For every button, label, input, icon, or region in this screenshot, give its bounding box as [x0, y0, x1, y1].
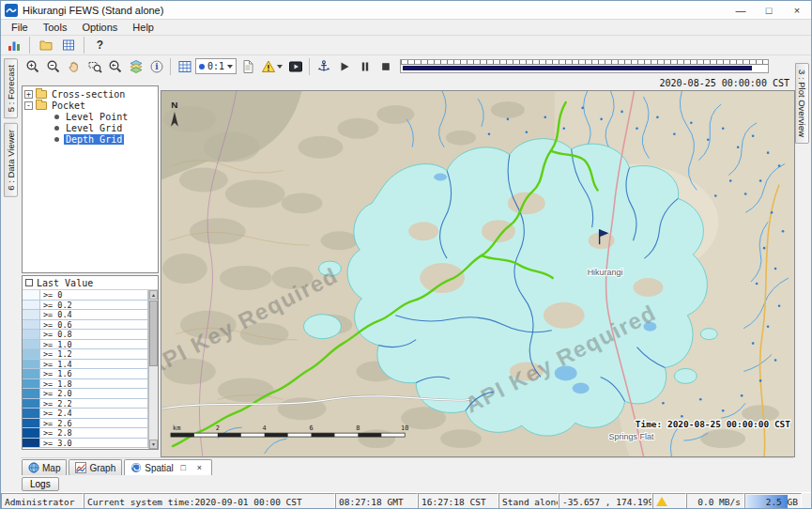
- tab-spatial[interactable]: Spatial □ ×: [124, 459, 212, 475]
- legend-entry[interactable]: >= 1.8: [23, 379, 148, 390]
- scroll-thumb[interactable]: [149, 301, 158, 366]
- tree-item-label[interactable]: Depth Grid: [64, 134, 124, 145]
- forecast-tree: + Cross-section - Pocket Level Point: [22, 85, 159, 273]
- close-panel-button[interactable]: ×: [193, 462, 206, 474]
- tree-item-label[interactable]: Pocket: [50, 100, 87, 111]
- maximize-button[interactable]: □: [755, 1, 783, 20]
- tree-expander-icon[interactable]: -: [24, 101, 33, 110]
- scroll-up-icon[interactable]: ▲: [149, 290, 158, 300]
- logs-button[interactable]: Logs: [22, 477, 59, 491]
- legend-entry[interactable]: >= 2.0: [23, 389, 148, 399]
- spatial-map[interactable]: Hikurangi Springs Flat API Key Required …: [161, 90, 795, 457]
- legend-label: >= 0.2: [40, 301, 148, 310]
- pause-button[interactable]: [355, 56, 375, 76]
- legend-label: >= 1.2: [40, 349, 148, 359]
- info-button[interactable]: i: [146, 56, 166, 76]
- undock-panel-button[interactable]: □: [177, 462, 190, 474]
- status-cell-text: Administrator: [5, 497, 74, 507]
- menu-item[interactable]: File: [5, 21, 35, 34]
- zoom-in-button[interactable]: [23, 56, 42, 76]
- pan-button[interactable]: [64, 56, 84, 76]
- folder-button[interactable]: [36, 36, 55, 55]
- legend-entry[interactable]: >= 0.4: [23, 310, 148, 320]
- svg-text:N: N: [171, 100, 177, 110]
- map-time-label: Time: 2020-08-25 00:00:00 CST: [636, 419, 791, 429]
- last-value-checkbox[interactable]: [25, 279, 33, 286]
- zoom-previous-button[interactable]: [105, 56, 125, 76]
- zoom-out-icon: [46, 59, 61, 74]
- menu-item[interactable]: Options: [75, 21, 124, 34]
- plot-overview-tab[interactable]: 3 : Plot Overview: [795, 63, 809, 144]
- legend-entry[interactable]: >= 1.0: [23, 340, 148, 350]
- sidebar-tab[interactable]: 6 : Data Viewer: [4, 123, 18, 197]
- legend-entry[interactable]: >= 0.2: [23, 301, 148, 311]
- legend-entry[interactable]: >= 2.2: [23, 399, 148, 409]
- document-button[interactable]: [237, 56, 257, 76]
- tab-graph[interactable]: Graph: [69, 459, 122, 475]
- zoom-box-button[interactable]: [84, 56, 104, 76]
- animation-button[interactable]: [285, 56, 305, 76]
- tree-item-label[interactable]: Cross-section: [50, 89, 127, 100]
- legend-entry[interactable]: >= 0: [23, 290, 148, 301]
- legend-swatch: [23, 399, 40, 409]
- status-cell: [652, 493, 686, 509]
- legend-label: >= 3.0: [40, 439, 148, 448]
- close-button[interactable]: ×: [783, 1, 811, 20]
- scale-ratio-value: 0:1: [207, 61, 224, 71]
- legend-entry[interactable]: >= 1.6: [23, 369, 148, 379]
- layers-button[interactable]: [126, 56, 146, 76]
- zoom-out-button[interactable]: [43, 56, 63, 76]
- legend-swatch: [23, 428, 40, 438]
- minimize-button[interactable]: —: [727, 1, 755, 20]
- legend-label: >= 0: [40, 290, 148, 300]
- legend-label: >= 0.6: [40, 320, 148, 330]
- legend-swatch: [23, 301, 40, 310]
- menu-item[interactable]: Tools: [37, 21, 74, 34]
- tree-item[interactable]: - Pocket: [23, 100, 158, 111]
- tree-item[interactable]: Depth Grid: [23, 133, 158, 145]
- status-cell-text: Stand alone: [502, 497, 559, 507]
- svg-text:4: 4: [263, 424, 267, 432]
- legend-swatch: [23, 360, 40, 369]
- tree-item-label[interactable]: Level Point: [64, 112, 130, 122]
- zoom-previous-icon: [108, 59, 123, 74]
- table-button[interactable]: [175, 56, 194, 76]
- grid-button[interactable]: [58, 36, 78, 55]
- scale-ratio-combo[interactable]: 0:1: [195, 58, 237, 74]
- menu-item[interactable]: Help: [126, 21, 161, 34]
- toolbar-separator: [29, 37, 30, 54]
- legend-entry[interactable]: >= 2.6: [23, 419, 148, 429]
- legend-entry[interactable]: >= 0.8: [23, 330, 148, 340]
- zoom-box-icon: [87, 59, 102, 74]
- legend-entry[interactable]: >= 1.4: [23, 360, 148, 370]
- right-tab-strip: 3 : Plot Overview: [793, 55, 811, 457]
- scroll-down-icon[interactable]: ▼: [149, 440, 158, 449]
- help-button[interactable]: ?: [90, 36, 110, 55]
- status-warning-icon[interactable]: [656, 497, 667, 506]
- legend-scrollbar[interactable]: ▲ ▼: [148, 290, 158, 449]
- anchor-button[interactable]: [314, 56, 333, 76]
- tree-expander-icon[interactable]: +: [24, 90, 33, 99]
- tab-map[interactable]: Map: [22, 459, 67, 475]
- tree-item[interactable]: Level Grid: [23, 122, 158, 133]
- legend-entry[interactable]: >= 2.8: [23, 428, 148, 439]
- sidebar-tab[interactable]: 5 : Forecast: [4, 58, 18, 118]
- play-button[interactable]: [334, 56, 354, 76]
- tree-item[interactable]: Level Point: [23, 111, 158, 122]
- bar-chart-button[interactable]: [4, 36, 23, 55]
- legend-entry[interactable]: >= 1.2: [23, 349, 148, 360]
- status-cell: 16:27:18 CST: [418, 493, 498, 509]
- legend-entry[interactable]: >= 3.0: [23, 439, 148, 449]
- legend-entry[interactable]: >= 2.4: [23, 409, 148, 419]
- legend-swatch: [23, 290, 40, 300]
- stop-button[interactable]: [375, 56, 395, 76]
- status-bar: Administrator Current system time:2020-0…: [1, 492, 812, 509]
- legend-list: >= 0 >= 0.2 >= 0.4 >= 0.6: [23, 290, 148, 449]
- legend-entry[interactable]: >= 0.6: [23, 320, 148, 331]
- legend-label: >= 1.0: [40, 340, 148, 349]
- warning-dropdown-button[interactable]: [258, 56, 284, 76]
- tree-item[interactable]: + Cross-section: [23, 88, 158, 100]
- time-slider-bar[interactable]: [403, 66, 752, 70]
- time-slider[interactable]: [400, 59, 769, 73]
- tree-item-label[interactable]: Level Grid: [64, 123, 124, 133]
